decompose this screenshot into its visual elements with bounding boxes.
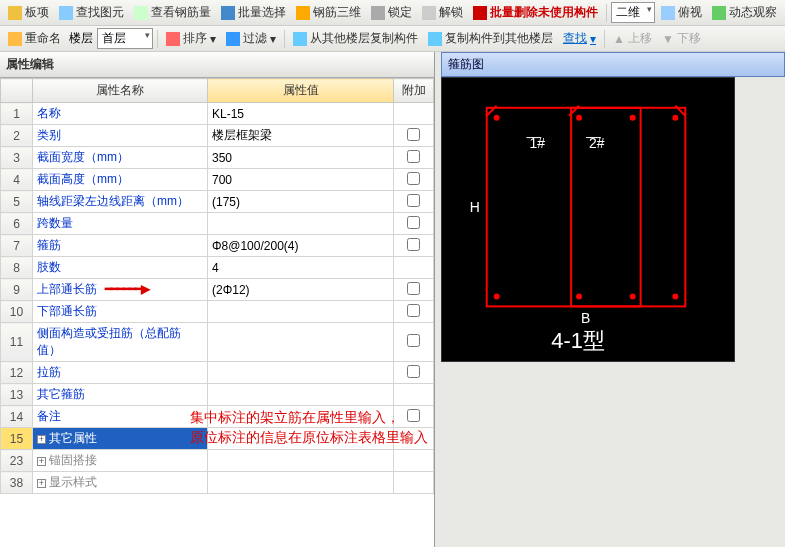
svg-point-10 — [630, 115, 636, 121]
axis-h: H — [470, 199, 480, 215]
note-line1: 集中标注的架立筋在属性里输入， — [190, 408, 428, 428]
floor-select[interactable]: 首层 — [97, 28, 153, 49]
expand-icon[interactable]: + — [37, 457, 46, 466]
tb-ban[interactable]: 板项 — [4, 2, 53, 23]
expand-icon[interactable]: + — [37, 435, 46, 444]
prop-name-cell[interactable]: 箍筋 — [33, 235, 208, 257]
extra-checkbox[interactable] — [407, 282, 420, 295]
table-row[interactable]: 4截面高度（mm）700 — [1, 169, 434, 191]
table-row[interactable]: 8肢数4 — [1, 257, 434, 279]
tb-find[interactable]: 查找 ▾ — [559, 28, 600, 49]
col-value: 属性值 — [208, 79, 394, 103]
table-row[interactable]: 38+显示样式 — [1, 472, 434, 494]
svg-rect-1 — [571, 108, 641, 307]
extra-checkbox[interactable] — [407, 334, 420, 347]
prop-value-cell[interactable]: KL-15 — [208, 103, 394, 125]
extra-checkbox[interactable] — [407, 150, 420, 163]
tb-filter[interactable]: 过滤 ▾ — [222, 28, 280, 49]
prop-value-cell[interactable]: (2Φ12) — [208, 279, 394, 301]
prop-name-cell[interactable]: 上部通长筋━━━━━━▶ — [33, 279, 208, 301]
property-panel: 属性编辑 属性名称 属性值 附加 1名称KL-152类别楼层框架梁3截面宽度（m… — [0, 52, 435, 547]
tb-rename[interactable]: 重命名 — [4, 28, 65, 49]
tb-sort[interactable]: 排序 ▾ — [162, 28, 220, 49]
tb-rebar-3d[interactable]: 钢筋三维 — [292, 2, 365, 23]
prop-value-cell[interactable]: 700 — [208, 169, 394, 191]
svg-point-9 — [576, 115, 582, 121]
prop-name-cell[interactable]: +锚固搭接 — [33, 450, 208, 472]
prop-value-cell[interactable]: 4 — [208, 257, 394, 279]
annotation-note: 集中标注的架立筋在属性里输入， 原位标注的信息在原位标注表格里输入 — [190, 408, 428, 447]
table-row[interactable]: 6跨数量 — [1, 213, 434, 235]
prop-name-cell[interactable]: 备注 — [33, 406, 208, 428]
tb-batch-select[interactable]: 批量选择 — [217, 2, 290, 23]
prop-name-cell[interactable]: 下部通长筋 — [33, 301, 208, 323]
col-rownum — [1, 79, 33, 103]
prop-value-cell[interactable] — [208, 362, 394, 384]
prop-name-cell[interactable]: 名称 — [33, 103, 208, 125]
prop-value-cell[interactable]: (175) — [208, 191, 394, 213]
table-row[interactable]: 12拉筋 — [1, 362, 434, 384]
floor-label: 楼层 — [69, 30, 93, 47]
table-row[interactable]: 2类别楼层框架梁 — [1, 125, 434, 147]
prop-value-cell[interactable] — [208, 301, 394, 323]
tb-move-down[interactable]: ▼ 下移 — [658, 28, 705, 49]
prop-name-cell[interactable]: 截面高度（mm） — [33, 169, 208, 191]
prop-name-cell[interactable]: 截面宽度（mm） — [33, 147, 208, 169]
prop-name-cell[interactable]: 拉筋 — [33, 362, 208, 384]
table-row[interactable]: 13其它箍筋 — [1, 384, 434, 406]
table-row[interactable]: 3截面宽度（mm）350 — [1, 147, 434, 169]
prop-name-cell[interactable]: 轴线距梁左边线距离（mm） — [33, 191, 208, 213]
tb-copy-to[interactable]: 复制构件到其他楼层 — [424, 28, 557, 49]
extra-checkbox[interactable] — [407, 172, 420, 185]
tb-lock[interactable]: 锁定 — [367, 2, 416, 23]
prop-name-cell[interactable]: 其它箍筋 — [33, 384, 208, 406]
extra-checkbox[interactable] — [407, 238, 420, 251]
prop-value-cell[interactable]: 楼层框架梁 — [208, 125, 394, 147]
svg-point-7 — [494, 293, 500, 299]
prop-name-cell[interactable]: 跨数量 — [33, 213, 208, 235]
prop-name-cell[interactable]: +显示样式 — [33, 472, 208, 494]
svg-point-11 — [576, 293, 582, 299]
prop-value-cell[interactable] — [208, 323, 394, 362]
prop-value-cell[interactable] — [208, 472, 394, 494]
prop-name-cell[interactable]: 肢数 — [33, 257, 208, 279]
extra-checkbox[interactable] — [407, 304, 420, 317]
col-name: 属性名称 — [33, 79, 208, 103]
expand-icon[interactable]: + — [37, 479, 46, 488]
axis-b: B — [581, 310, 590, 326]
prop-value-cell[interactable] — [208, 450, 394, 472]
tb-unlock[interactable]: 解锁 — [418, 2, 467, 23]
prop-value-cell[interactable]: 350 — [208, 147, 394, 169]
tb-view-rebar[interactable]: 查看钢筋量 — [130, 2, 215, 23]
table-row[interactable]: 9上部通长筋━━━━━━▶(2Φ12) — [1, 279, 434, 301]
tb-find-elem[interactable]: 查找图元 — [55, 2, 128, 23]
extra-checkbox[interactable] — [407, 128, 420, 141]
tb-orbit[interactable]: 动态观察 — [708, 2, 781, 23]
table-row[interactable]: 1名称KL-15 — [1, 103, 434, 125]
prop-name-cell[interactable]: 侧面构造或受扭筋（总配筋值） — [33, 323, 208, 362]
diagram-type: 4-1型 — [551, 328, 605, 353]
table-row[interactable]: 5轴线距梁左边线距离（mm）(175) — [1, 191, 434, 213]
label-2: 2# — [589, 135, 605, 151]
note-line2: 原位标注的信息在原位标注表格里输入 — [190, 428, 428, 448]
tb-topview[interactable]: 俯视 — [657, 2, 706, 23]
tb-move-up[interactable]: ▲ 上移 — [609, 28, 656, 49]
table-row[interactable]: 23+锚固搭接 — [1, 450, 434, 472]
extra-checkbox[interactable] — [407, 194, 420, 207]
tb-batch-delete[interactable]: 批量删除未使用构件 — [469, 2, 602, 23]
prop-name-cell[interactable]: +其它属性 — [33, 428, 208, 450]
prop-value-cell[interactable] — [208, 384, 394, 406]
stirrup-diagram: 1# 2# H B 4-1型 — [441, 77, 735, 362]
table-row[interactable]: 11侧面构造或受扭筋（总配筋值） — [1, 323, 434, 362]
extra-checkbox[interactable] — [407, 216, 420, 229]
extra-checkbox[interactable] — [407, 365, 420, 378]
table-row[interactable]: 7箍筋Φ8@100/200(4) — [1, 235, 434, 257]
table-row[interactable]: 10下部通长筋 — [1, 301, 434, 323]
toolbar-1: 板项 查找图元 查看钢筋量 批量选择 钢筋三维 锁定 解锁 批量删除未使用构件 … — [0, 0, 785, 26]
tb-copy-from[interactable]: 从其他楼层复制构件 — [289, 28, 422, 49]
prop-value-cell[interactable]: Φ8@100/200(4) — [208, 235, 394, 257]
prop-value-cell[interactable] — [208, 213, 394, 235]
view-2d-dropdown[interactable]: 二维 — [611, 2, 655, 23]
prop-name-cell[interactable]: 类别 — [33, 125, 208, 147]
lock-icon — [371, 6, 385, 20]
